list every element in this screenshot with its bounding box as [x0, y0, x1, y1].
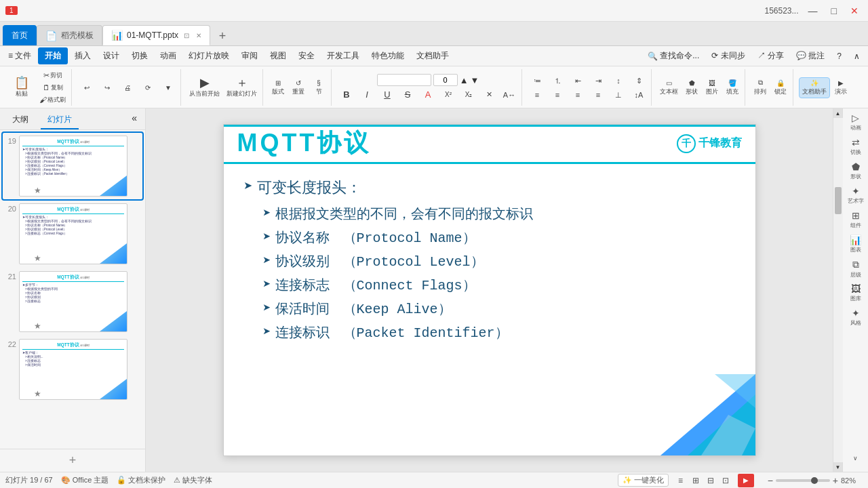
doc-helper-btn[interactable]: ✨ 文档助手: [799, 77, 830, 98]
menu-help[interactable]: ?: [831, 49, 847, 63]
menu-view[interactable]: 视图: [264, 48, 292, 64]
right-shapes-btn[interactable]: ⬟ 形状: [845, 160, 867, 182]
indent-right-btn[interactable]: ⇥: [589, 75, 608, 87]
beauty-btn[interactable]: ✨ 一键美化: [618, 474, 669, 487]
subscript-btn[interactable]: X₂: [459, 89, 478, 100]
font-color-btn[interactable]: A: [418, 88, 437, 101]
zoom-minus-btn[interactable]: −: [768, 475, 773, 486]
menu-review[interactable]: 审阅: [236, 48, 263, 64]
right-transition-btn[interactable]: ⇄ 切换: [845, 136, 867, 157]
tab-restore-icon[interactable]: ⊡: [184, 32, 189, 39]
image-btn[interactable]: 🖼 图片: [703, 78, 722, 98]
clear-format-btn[interactable]: ✕: [479, 89, 498, 100]
slide-item-22[interactable]: 22 MQTT协议 ⊘1课时 ➤客户端： >相关说明... >连接标志 >保活时…: [3, 336, 142, 403]
tab-template[interactable]: 📄 稻壳模板: [37, 25, 102, 45]
arrange-btn[interactable]: ⧉ 排列: [751, 77, 770, 98]
right-layers-btn[interactable]: ⧉ 层级: [845, 258, 867, 279]
cut-btn[interactable]: ✂剪切: [37, 70, 68, 81]
layout-btn[interactable]: ⊞ 版式: [269, 78, 288, 98]
maximize-btn[interactable]: □: [827, 5, 841, 16]
redo2-btn[interactable]: ⟳: [138, 83, 157, 93]
char-spacing-btn[interactable]: A↔: [500, 89, 519, 100]
menu-security[interactable]: 安全: [293, 48, 320, 64]
print-btn[interactable]: 🖨: [118, 83, 137, 93]
panel-tab-slides[interactable]: 幻灯片: [41, 111, 79, 129]
underline-btn[interactable]: U: [378, 88, 397, 101]
slide-item-21[interactable]: 21 MQTT协议 ⊘1课时 ➤多字节： >根据报文类型的不同 >协议名称 >协…: [3, 268, 142, 335]
reset-btn[interactable]: ↺ 重置: [289, 78, 308, 98]
font-name-input[interactable]: [377, 74, 431, 86]
menu-transition[interactable]: 切换: [126, 48, 153, 64]
valign-btn[interactable]: ⊥: [609, 89, 628, 101]
menu-dochelper[interactable]: 文档助手: [411, 48, 454, 64]
close-btn[interactable]: ✕: [846, 5, 863, 16]
more-btn[interactable]: ▼: [159, 83, 178, 93]
minimize-btn[interactable]: —: [804, 5, 822, 16]
view-reader-btn[interactable]: ⊡: [719, 474, 732, 487]
present-btn[interactable]: ▶ 演示: [831, 78, 850, 98]
menu-home[interactable]: 开始: [38, 47, 68, 64]
zoom-slider[interactable]: [776, 479, 830, 482]
menu-developer[interactable]: 开发工具: [321, 48, 365, 64]
menu-animation[interactable]: 动画: [155, 48, 182, 64]
font-size-up-icon[interactable]: ▲: [460, 75, 469, 85]
section-btn[interactable]: § 节: [309, 78, 328, 98]
shapes-btn[interactable]: ⬟ 形状: [682, 78, 701, 98]
textbox-btn[interactable]: ▭ 文本框: [657, 78, 681, 98]
view-outline-btn[interactable]: ⊟: [704, 474, 717, 487]
tab-file[interactable]: 📊 01-MQTT.pptx ⊡ ✕: [102, 25, 210, 45]
right-chart-btn[interactable]: 📊 图表: [845, 233, 867, 255]
scroll-thumb[interactable]: [835, 187, 842, 214]
tab-close-icon[interactable]: ✕: [196, 32, 201, 39]
new-slide-btn[interactable]: ＋ 新建幻灯片: [224, 75, 260, 100]
align-right-btn[interactable]: ≡: [568, 89, 587, 101]
tab-home[interactable]: 首页: [3, 25, 37, 45]
right-expand-btn[interactable]: ∨: [845, 447, 867, 469]
superscript-btn[interactable]: X²: [439, 89, 458, 100]
redo-btn[interactable]: ↪: [98, 83, 117, 93]
format-copy-btn[interactable]: 🖌格式刷: [37, 94, 68, 106]
play-slideshow-btn[interactable]: ▶: [738, 474, 754, 487]
menu-search[interactable]: 🔍查找命令...: [642, 48, 705, 64]
tab-add-btn[interactable]: +: [213, 26, 232, 45]
slide-item-19[interactable]: 19 MQTT协议 ⊘1课时 ➤可变长度报头： >根据报文类型的不同，会有不同的…: [3, 133, 142, 199]
strikethrough-btn[interactable]: S: [398, 88, 417, 101]
slide-item-20[interactable]: 20 MQTT协议 ⊘1课时 ➤可变长度报头： >根据报文类型的不同，会有不同的…: [3, 201, 142, 267]
right-animation-btn[interactable]: ▷ 动画: [845, 111, 867, 133]
menu-file[interactable]: ≡ 文件: [3, 48, 37, 64]
bold-btn[interactable]: B: [337, 88, 356, 101]
slide-add-btn[interactable]: +: [0, 449, 145, 472]
font-size-input[interactable]: [433, 74, 458, 86]
play-from-current-btn[interactable]: ▶ 从当前开始: [186, 75, 222, 100]
text-dir-btn[interactable]: ↕A: [629, 89, 648, 101]
list-bullet-btn[interactable]: ≔: [528, 75, 547, 87]
right-image-btn[interactable]: 🖼 图库: [845, 282, 867, 304]
lock-btn[interactable]: 🔒 锁定: [771, 78, 790, 98]
line-spacing-btn[interactable]: ↕: [609, 75, 628, 87]
right-art-btn[interactable]: ✦ 艺术字: [845, 184, 867, 206]
copy-btn[interactable]: 🗒复制: [37, 82, 68, 94]
align-justify-btn[interactable]: ≡: [589, 89, 608, 101]
paste-btn[interactable]: 📋 粘贴: [8, 75, 35, 100]
undo-btn[interactable]: ↩: [77, 83, 96, 93]
font-size-down-icon[interactable]: ▼: [471, 75, 479, 85]
menu-special[interactable]: 特色功能: [366, 48, 410, 64]
panel-tab-outline[interactable]: 大纲: [5, 111, 35, 129]
scroll-up-btn[interactable]: ▲: [833, 108, 843, 118]
vertical-scrollbar[interactable]: ▲ ▼: [833, 108, 842, 472]
menu-slideshow[interactable]: 幻灯片放映: [183, 48, 235, 64]
align-center-btn[interactable]: ≡: [548, 89, 567, 101]
scroll-down-btn[interactable]: ▼: [833, 462, 843, 472]
panel-collapse-btn[interactable]: «: [129, 111, 140, 129]
right-components-btn[interactable]: ⊞ 组件: [845, 209, 867, 230]
menu-sync[interactable]: ⟳ 未同步: [706, 48, 750, 64]
italic-btn[interactable]: I: [357, 88, 376, 101]
menu-insert[interactable]: 插入: [69, 48, 96, 64]
menu-design[interactable]: 设计: [98, 48, 125, 64]
fill-btn[interactable]: 🪣 填充: [723, 78, 742, 98]
menu-comment[interactable]: 💬 批注: [791, 48, 830, 64]
view-grid-btn[interactable]: ⊞: [689, 474, 703, 487]
menu-expand[interactable]: ∧: [848, 49, 865, 63]
align-left-btn[interactable]: ≡: [528, 89, 547, 101]
indent-left-btn[interactable]: ⇤: [568, 75, 587, 87]
